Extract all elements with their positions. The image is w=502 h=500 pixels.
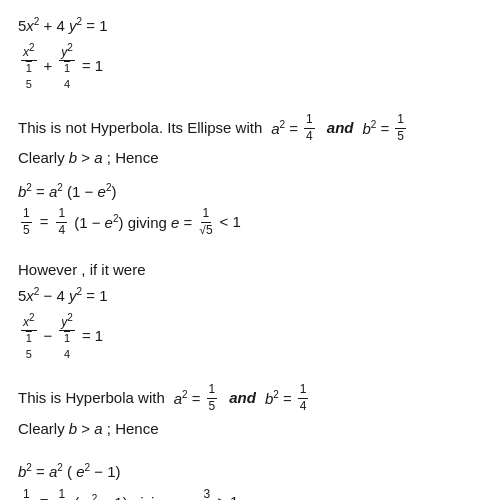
condition-line-2: Clearly b > a ; Hence: [18, 418, 484, 441]
formula2-line1: b2 = a2 ( e2 − 1): [18, 460, 484, 484]
not-hyperbola-text: This is not Hyperbola. Its Ellipse with: [18, 117, 262, 140]
however-block: However , if it were 5x2 − 4 y2 = 1 x2 1…: [18, 259, 484, 363]
eq2-line2: x2 15 − y2 14 = 1: [18, 311, 484, 363]
page-content: 5x2 + 4 y2 = 1 x2 15 + y2 14 = 1 This is…: [18, 14, 484, 500]
formula-line-2: 1 5 = 1 4 (1 − e2) giving e = 1 √5 < 1: [18, 206, 484, 238]
formula2-line2: 1 4 = 1 5 ( e2 − 1) giving e = 3 2 > 1: [18, 487, 484, 500]
hyperbola-text: This is Hyperbola with: [18, 387, 165, 410]
eq2-line1: 5x2 − 4 y2 = 1: [18, 284, 484, 308]
eq1-line2: x2 15 + y2 14 = 1: [18, 41, 484, 93]
however-line: However , if it were: [18, 259, 484, 282]
eq1-line1: 5x2 + 4 y2 = 1: [18, 14, 484, 38]
explanation-block-1: This is not Hyperbola. Its Ellipse with …: [18, 112, 484, 170]
explanation-line-1: This is not Hyperbola. Its Ellipse with …: [18, 112, 484, 144]
formula-block-1: b2 = a2 (1 − e2) 1 5 = 1 4 (1 − e2) givi…: [18, 180, 484, 239]
explanation-line-2: This is Hyperbola with a2 = 1 5 and b2 =…: [18, 382, 484, 414]
equation-block-1: 5x2 + 4 y2 = 1 x2 15 + y2 14 = 1: [18, 14, 484, 92]
explanation-block-2: This is Hyperbola with a2 = 1 5 and b2 =…: [18, 382, 484, 440]
condition-line-1: Clearly b > a ; Hence: [18, 147, 484, 170]
formula-block-2: b2 = a2 ( e2 − 1) 1 4 = 1 5 ( e2 − 1) gi…: [18, 460, 484, 500]
formula-line-1: b2 = a2 (1 − e2): [18, 180, 484, 204]
